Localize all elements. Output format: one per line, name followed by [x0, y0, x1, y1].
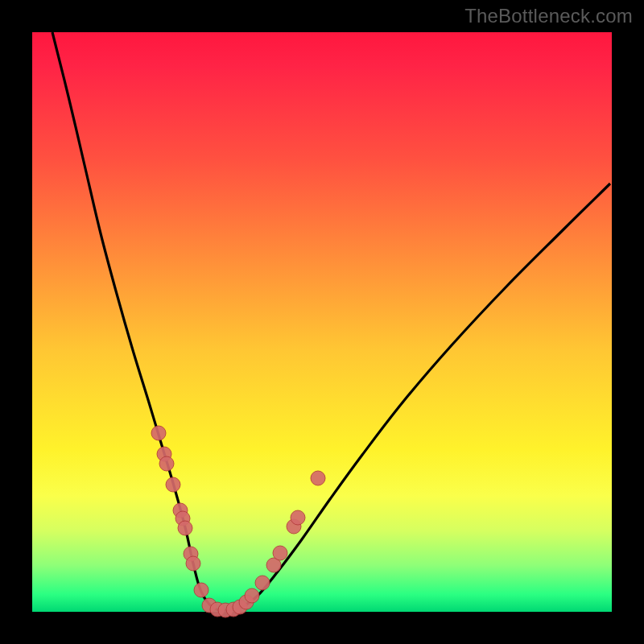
watermark-text: TheBottleneck.com	[464, 5, 633, 27]
data-marker	[255, 576, 270, 590]
data-marker	[151, 426, 166, 440]
data-marker	[186, 556, 200, 571]
valley-curve-path	[52, 32, 610, 610]
data-marker	[273, 546, 287, 560]
plot-area	[32, 32, 612, 612]
data-marker	[159, 456, 174, 471]
data-marker	[166, 477, 180, 492]
curve-layer	[32, 32, 612, 612]
data-marker	[178, 521, 192, 535]
chart-frame: TheBottleneck.com	[0, 0, 644, 644]
marker-group	[151, 426, 325, 617]
data-marker	[291, 510, 305, 525]
data-marker	[194, 583, 208, 597]
data-marker	[245, 588, 259, 603]
data-marker	[311, 471, 325, 485]
